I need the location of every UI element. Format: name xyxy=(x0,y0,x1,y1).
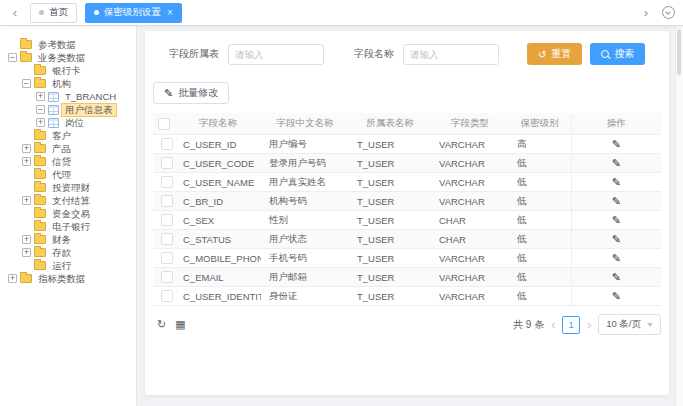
tree-expand-icon[interactable] xyxy=(22,248,31,257)
folder-icon xyxy=(34,183,46,192)
tab-options-icon[interactable] xyxy=(662,6,675,19)
tree-expand-icon[interactable] xyxy=(36,92,45,101)
tree-expand-icon[interactable] xyxy=(22,235,31,244)
folder-icon xyxy=(34,131,46,140)
page-size-select[interactable]: 10 条/页 xyxy=(598,314,661,335)
tree-item-product[interactable]: 产品 xyxy=(6,142,136,155)
table-icon xyxy=(48,105,59,115)
table-row: C_USER_NAME用户真实姓名 T_USERVARCHAR 低 ✎ xyxy=(153,173,661,192)
row-checkbox[interactable] xyxy=(161,195,173,207)
table-row: C_MOBILE_PHONE手机号码 T_USERVARCHAR 低 ✎ xyxy=(153,249,661,268)
tree-toggle-icon xyxy=(8,40,17,49)
tree-expand-icon[interactable] xyxy=(36,118,45,127)
table-row: C_EMAIL用户邮箱 T_USERVARCHAR 低 ✎ xyxy=(153,268,661,287)
tab-home[interactable]: 首页 xyxy=(30,3,77,23)
refresh-icon[interactable]: ↻ xyxy=(157,319,166,330)
tree-item-business-data[interactable]: 业务类数据 xyxy=(6,51,136,64)
edit-icon[interactable]: ✎ xyxy=(612,214,621,226)
row-checkbox[interactable] xyxy=(161,233,173,245)
scrollbar-thumb[interactable] xyxy=(677,29,681,75)
tab-secrecy-level-settings[interactable]: 保密级别设置 × xyxy=(85,3,182,23)
edit-icon[interactable]: ✎ xyxy=(612,195,621,207)
tree-item-credit[interactable]: 信贷 xyxy=(6,155,136,168)
tree-item-indicator-data[interactable]: 指标类数据 xyxy=(6,272,136,285)
fields-table: 字段名称 字段中文名称 所属表名称 字段类型 保密级别 操作 C_USER_ID… xyxy=(153,113,661,306)
edit-icon[interactable]: ✎ xyxy=(612,271,621,283)
tree-toggle-icon xyxy=(22,209,31,218)
tree-item-agency[interactable]: 代理 xyxy=(6,168,136,181)
tree-item-organization[interactable]: 机构 xyxy=(6,77,136,90)
field-table-input[interactable] xyxy=(228,44,324,65)
tree-item-finance[interactable]: 财务 xyxy=(6,233,136,246)
tree-expand-icon[interactable] xyxy=(22,157,31,166)
table-row: C_USER_ID用户编号 T_USERVARCHAR 高 ✎ xyxy=(153,135,661,154)
col-field-type: 字段类型 xyxy=(431,113,509,135)
tree-item-t-branch[interactable]: T_BRANCH xyxy=(6,90,136,103)
tabs-scroll-right-icon[interactable]: › xyxy=(639,6,653,19)
tree-item-bank-card[interactable]: 银行卡 xyxy=(6,64,136,77)
tree-expand-icon[interactable] xyxy=(22,196,31,205)
prev-page-icon[interactable]: ‹ xyxy=(551,319,555,331)
row-checkbox[interactable] xyxy=(161,138,173,150)
reset-button[interactable]: ↺ 重置 xyxy=(527,43,582,65)
tree-collapse-icon[interactable] xyxy=(22,79,31,88)
tree-toggle-icon xyxy=(22,261,31,270)
edit-icon[interactable]: ✎ xyxy=(612,233,621,245)
tree-item-payment-settlement[interactable]: 支付结算 xyxy=(6,194,136,207)
row-checkbox[interactable] xyxy=(161,214,173,226)
table-row: C_USER_IDENTITY身份证 T_USERVARCHAR 低 ✎ xyxy=(153,287,661,306)
row-checkbox[interactable] xyxy=(161,271,173,283)
tag-bar: ‹ 首页 保密级别设置 × › xyxy=(0,0,683,26)
tree-toggle-icon xyxy=(22,131,31,140)
tree-item-user-info-table[interactable]: 用户信息表 xyxy=(6,103,136,116)
tree-item-investment[interactable]: 投资理财 xyxy=(6,181,136,194)
row-checkbox[interactable] xyxy=(161,157,173,169)
row-checkbox[interactable] xyxy=(161,290,173,302)
folder-icon xyxy=(34,261,46,270)
next-page-icon[interactable]: › xyxy=(587,319,591,331)
table-row: C_BR_ID机构号码 T_USERVARCHAR 低 ✎ xyxy=(153,192,661,211)
row-checkbox[interactable] xyxy=(161,252,173,264)
window-scrollbar[interactable] xyxy=(675,26,683,406)
edit-icon[interactable]: ✎ xyxy=(612,138,621,150)
edit-icon[interactable]: ✎ xyxy=(612,290,621,302)
tree-collapse-icon[interactable] xyxy=(8,53,17,62)
folder-icon xyxy=(34,157,46,166)
tab-close-icon[interactable]: × xyxy=(167,8,173,18)
tree-expand-icon[interactable] xyxy=(8,274,17,283)
tab-dot-icon xyxy=(94,10,99,15)
reset-icon: ↺ xyxy=(538,49,546,60)
field-name-input[interactable] xyxy=(403,44,499,65)
search-button[interactable]: 搜索 xyxy=(590,43,645,65)
tree-item-fund-transaction[interactable]: 资金交易 xyxy=(6,207,136,220)
tabs-scroll-left-icon[interactable]: ‹ xyxy=(8,6,22,19)
tree-item-deposit[interactable]: 存款 xyxy=(6,246,136,259)
field-list-panel: 字段所属表 字段名称 ↺ 重置 搜索 ✎ 批量修改 字段名称 字段中文名称 所属… xyxy=(145,31,669,395)
table-row: C_USER_CODE登录用户号码 T_USERVARCHAR 低 ✎ xyxy=(153,154,661,173)
metadata-tree-panel: 参考数据 业务类数据 银行卡 机构 T_BRANCH 用户信息表 岗位 客户 产… xyxy=(0,26,137,406)
search-form: 字段所属表 字段名称 ↺ 重置 搜索 xyxy=(169,43,661,65)
select-all-checkbox[interactable] xyxy=(158,118,170,130)
col-secrecy-level: 保密级别 xyxy=(509,113,571,135)
tree-item-e-banking[interactable]: 电子银行 xyxy=(6,220,136,233)
row-checkbox[interactable] xyxy=(161,176,173,188)
folder-icon xyxy=(34,222,46,231)
tree-collapse-icon[interactable] xyxy=(36,105,45,114)
batch-edit-button[interactable]: ✎ 批量修改 xyxy=(153,82,229,104)
tree-item-reference-data[interactable]: 参考数据 xyxy=(6,38,136,51)
folder-icon xyxy=(34,144,46,153)
table-icon xyxy=(48,92,59,102)
folder-icon xyxy=(34,66,46,75)
tree-expand-icon[interactable] xyxy=(22,144,31,153)
edit-icon[interactable]: ✎ xyxy=(612,176,621,188)
edit-icon[interactable]: ✎ xyxy=(612,252,621,264)
edit-icon[interactable]: ✎ xyxy=(612,157,621,169)
table-icon xyxy=(48,118,59,128)
tree-item-customer[interactable]: 客户 xyxy=(6,129,136,142)
column-settings-icon[interactable]: ▦ xyxy=(175,319,185,330)
folder-icon xyxy=(20,40,32,49)
table-row: C_STATUS用户状态 T_USERCHAR 低 ✎ xyxy=(153,230,661,249)
page-number[interactable]: 1 xyxy=(562,316,580,334)
tree-item-position[interactable]: 岗位 xyxy=(6,116,136,129)
tree-item-operation[interactable]: 运行 xyxy=(6,259,136,272)
